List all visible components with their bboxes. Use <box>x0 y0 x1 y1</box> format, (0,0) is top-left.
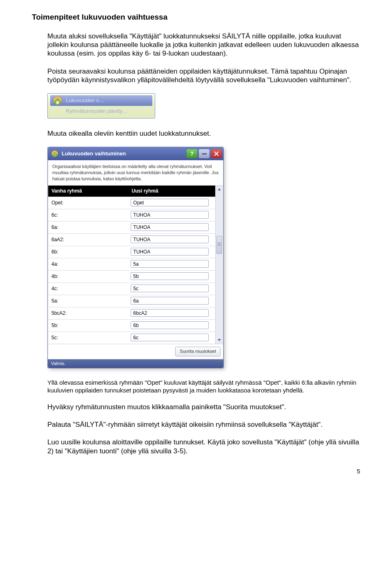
scroll-up-icon[interactable] <box>216 186 222 192</box>
new-group-input[interactable]: TUHOA <box>131 235 209 243</box>
paragraph-create: Luo uusille koulunsa aloittaville oppila… <box>47 438 360 455</box>
new-group-cell: TUHOA <box>128 209 215 221</box>
new-group-input[interactable]: 6c <box>131 334 209 341</box>
new-group-cell: 6b <box>128 320 215 332</box>
paragraph-intro-2: Poista seuraavaksi koulunsa päättäneiden… <box>47 67 360 85</box>
old-group-cell: 5c: <box>48 332 128 344</box>
new-group-cell: 5c <box>128 283 215 295</box>
old-group-cell: 4b: <box>48 271 128 282</box>
old-group-cell: 6c: <box>48 209 128 221</box>
launcher-item-lukuvuoden[interactable]: Lukuvuoden v… <box>50 95 152 106</box>
paragraph-example: Yllä olevassa esimerkissä ryhmään "Opet"… <box>47 379 360 394</box>
old-group-cell: 6a: <box>48 222 128 233</box>
close-icon <box>214 151 219 156</box>
new-group-cell: TUHOA <box>128 234 215 246</box>
svg-marker-3 <box>218 188 221 191</box>
scroll-down-icon[interactable] <box>216 337 222 343</box>
launcher-item-label: Lukuvuoden v… <box>66 97 104 104</box>
new-group-input[interactable]: 5c <box>131 285 209 292</box>
home-icon <box>50 149 59 158</box>
dialog-statusbar: Valmis. <box>48 359 223 368</box>
dialog-titlebar[interactable]: Lukuvuoden vaihtuminen ? <box>48 147 223 160</box>
scroll-thumb[interactable] <box>216 236 222 254</box>
svg-rect-1 <box>56 101 59 104</box>
old-group-cell: 4c: <box>48 283 128 295</box>
new-group-cell: 5b <box>128 271 215 282</box>
table-row: Opet:Opet <box>48 197 215 209</box>
new-group-input[interactable]: TUHOA <box>131 248 209 256</box>
table-row: 5a:6a <box>48 295 215 307</box>
old-group-cell: 5b: <box>48 320 128 332</box>
paragraph-mid: Muuta oikealla oleviin kenttiin uudet lu… <box>47 129 360 138</box>
table-row: 6aA2:TUHOA <box>48 233 215 246</box>
dialog-action-bar: Suorita muutokset <box>48 344 223 359</box>
table-header: Vanha ryhmä Uusi ryhmä <box>48 186 215 197</box>
new-group-cell: 5a <box>128 258 215 270</box>
new-group-input[interactable]: 6bcA2 <box>131 309 209 317</box>
table-row: 5b:6b <box>48 319 215 332</box>
page-heading: Toimenpiteet lukuvuoden vaihtuessa <box>32 12 360 22</box>
new-group-input[interactable]: 5b <box>131 272 209 280</box>
table-row: 6c:TUHOA <box>48 209 215 221</box>
table-row: 4a:5a <box>48 258 215 270</box>
old-group-cell: 5a: <box>48 295 128 307</box>
table-row: 4b:5b <box>48 270 215 282</box>
home-icon <box>52 96 63 105</box>
launcher-screenshot: Lukuvuoden v… Ryhmätunnusten päivity… <box>47 93 155 119</box>
new-group-cell: 6bcA2 <box>128 307 215 319</box>
help-button[interactable]: ? <box>187 149 197 158</box>
new-group-cell: Opet <box>128 197 215 209</box>
scroll-track[interactable] <box>216 193 222 336</box>
table-row: 5bcA2:6bcA2 <box>48 307 215 319</box>
table-row: 4c:5c <box>48 282 215 295</box>
new-group-input[interactable]: 6b <box>131 321 209 329</box>
old-group-cell: 6b: <box>48 246 128 258</box>
new-group-input[interactable]: 5a <box>131 260 209 268</box>
new-group-cell: 6a <box>128 295 215 307</box>
new-group-cell: 6c <box>128 332 215 344</box>
dialog-description: Organisaatiosi käyttäjien tiedoissa on m… <box>48 160 223 186</box>
execute-changes-button[interactable]: Suorita muutokset <box>175 347 220 356</box>
old-group-cell: 4a: <box>48 258 128 270</box>
page-number: 5 <box>32 468 360 475</box>
table-row: 5c:6c <box>48 332 215 344</box>
new-group-cell: TUHOA <box>128 246 215 258</box>
dialog-title: Lukuvuoden vaihtuminen <box>62 150 126 157</box>
old-group-cell: 6aA2: <box>48 234 128 246</box>
paragraph-restore: Palauta "SÄILYTÄ"-ryhmään siirretyt käyt… <box>47 420 360 429</box>
svg-marker-4 <box>218 339 221 341</box>
scrollbar[interactable] <box>216 186 223 344</box>
launcher-item-ryhmatunnusten[interactable]: Ryhmätunnusten päivity… <box>50 106 152 117</box>
column-header-new: Uusi ryhmä <box>128 186 215 197</box>
column-header-old: Vanha ryhmä <box>48 186 128 197</box>
new-group-input[interactable]: TUHOA <box>131 211 209 219</box>
new-group-input[interactable]: Opet <box>131 199 209 206</box>
table-row: 6a:TUHOA <box>48 221 215 233</box>
launcher-item-label: Ryhmätunnusten päivity… <box>66 108 128 114</box>
new-group-input[interactable]: TUHOA <box>131 223 209 231</box>
close-button[interactable] <box>211 149 222 158</box>
old-group-cell: Opet: <box>48 197 128 209</box>
new-group-cell: TUHOA <box>128 222 215 233</box>
minimize-button[interactable] <box>199 149 209 158</box>
minimize-icon <box>202 153 207 155</box>
new-group-input[interactable]: 6a <box>131 297 209 305</box>
table-row: 6b:TUHOA <box>48 246 215 258</box>
dialog-screenshot: Lukuvuoden vaihtuminen ? Organisaatiosi … <box>47 147 224 368</box>
old-group-cell: 5bcA2: <box>48 307 128 319</box>
paragraph-accept: Hyväksy ryhmätunnusten muutos klikkaamal… <box>47 403 360 411</box>
paragraph-intro-1: Muuta aluksi sovelluksella "Käyttäjät" l… <box>47 32 360 58</box>
group-table: Vanha ryhmä Uusi ryhmä Opet:Opet6c:TUHOA… <box>48 186 216 344</box>
